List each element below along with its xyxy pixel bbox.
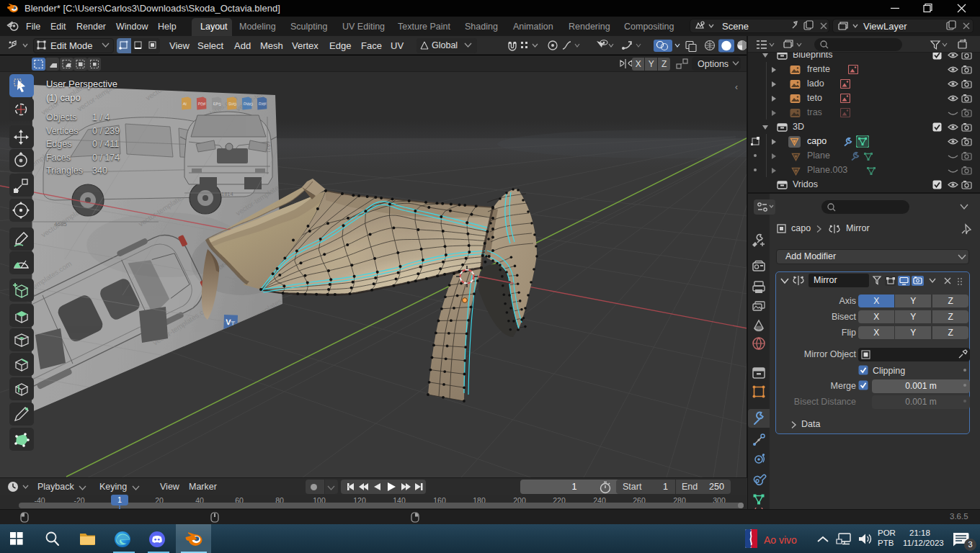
svg-text:PDF: PDF <box>198 102 207 107</box>
svg-text:EPS: EPS <box>213 102 222 107</box>
svg-text:DXF: DXF <box>259 102 267 107</box>
svg-text:‹: ‹ <box>735 82 738 92</box>
svg-text:SVG: SVG <box>228 102 237 107</box>
svg-text:1521: 1521 <box>265 141 272 153</box>
svg-text:1814: 1814 <box>221 191 233 197</box>
svg-text:DWG: DWG <box>244 102 254 107</box>
svg-text:AI: AI <box>183 102 187 106</box>
svg-text:4685: 4685 <box>54 221 67 228</box>
